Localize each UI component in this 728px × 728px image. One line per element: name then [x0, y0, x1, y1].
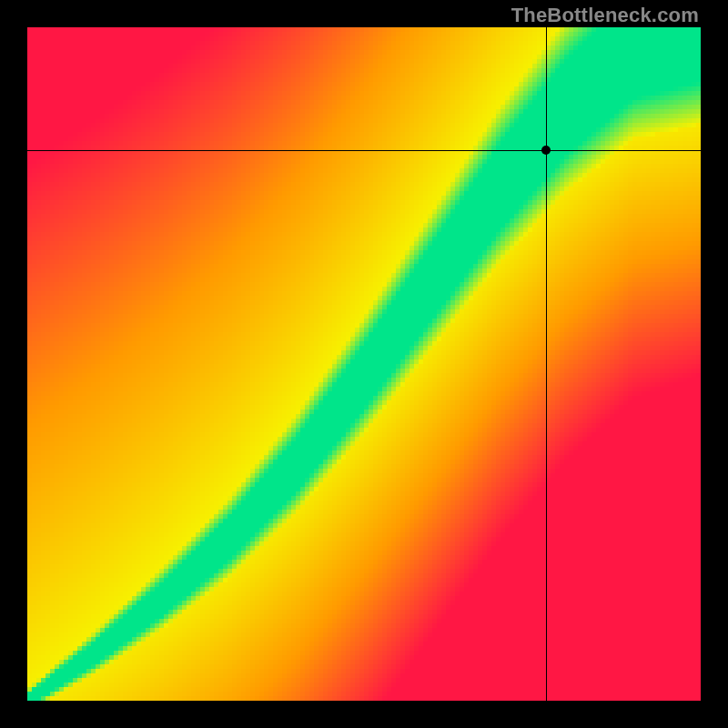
heatmap-plot [27, 27, 701, 701]
crosshair-horizontal [27, 150, 701, 151]
crosshair-vertical [546, 27, 547, 701]
heatmap-canvas [27, 27, 701, 701]
chart-container: TheBottleneck.com [0, 0, 728, 728]
watermark-text: TheBottleneck.com [511, 4, 699, 27]
